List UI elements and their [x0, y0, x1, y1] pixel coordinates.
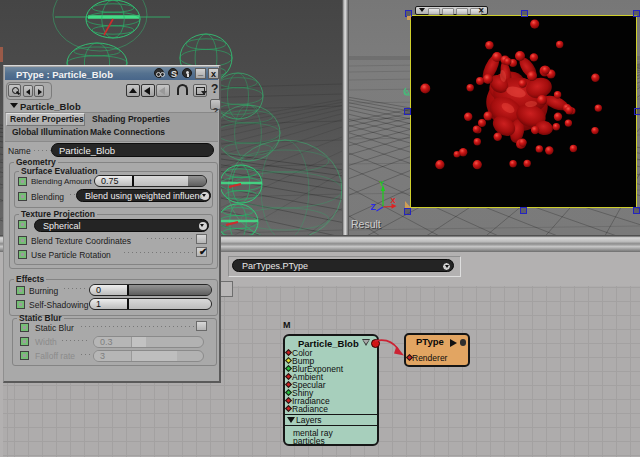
svg-text:Y: Y	[379, 179, 384, 188]
svg-text:Z: Z	[371, 202, 376, 212]
svg-text:X: X	[391, 196, 396, 205]
